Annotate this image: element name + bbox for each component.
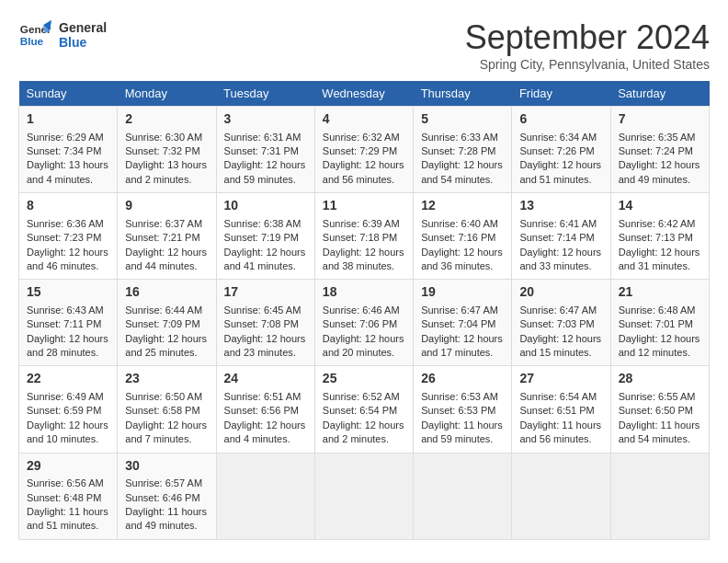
- sunrise-text: Sunrise: 6:37 AM: [125, 217, 208, 231]
- svg-text:Blue: Blue: [20, 35, 44, 47]
- sunrise-text: Sunrise: 6:34 AM: [519, 131, 602, 144]
- day-number: 18: [323, 283, 405, 302]
- sunset-text: Sunset: 7:21 PM: [125, 231, 208, 245]
- day-number: 25: [323, 370, 405, 388]
- calendar-week-3: 15Sunrise: 6:43 AMSunset: 7:11 PMDayligh…: [19, 280, 710, 366]
- calendar-cell: 12Sunrise: 6:40 AMSunset: 7:16 PMDayligh…: [414, 193, 512, 280]
- sunset-text: Sunset: 6:59 PM: [27, 404, 109, 418]
- sunset-text: Sunset: 6:54 PM: [323, 404, 405, 418]
- sunset-text: Sunset: 7:13 PM: [619, 231, 701, 245]
- day-number: 26: [421, 370, 504, 388]
- calendar-cell: 18Sunrise: 6:46 AMSunset: 7:06 PMDayligh…: [314, 280, 413, 366]
- day-number: 15: [27, 283, 109, 302]
- calendar-week-2: 8Sunrise: 6:36 AMSunset: 7:23 PMDaylight…: [19, 193, 710, 280]
- sunset-text: Sunset: 7:34 PM: [27, 144, 109, 158]
- calendar-cell: 10Sunrise: 6:38 AMSunset: 7:19 PMDayligh…: [216, 193, 314, 280]
- calendar-cell: 20Sunrise: 6:47 AMSunset: 7:03 PMDayligh…: [512, 280, 610, 366]
- sunset-text: Sunset: 7:23 PM: [27, 231, 109, 245]
- daylight-text: Daylight: 12 hours and 44 minutes.: [125, 246, 208, 274]
- day-number: 20: [519, 283, 602, 302]
- calendar-cell: 2Sunrise: 6:30 AMSunset: 7:32 PMDaylight…: [118, 107, 216, 193]
- sunrise-text: Sunrise: 6:55 AM: [619, 390, 701, 404]
- title-section: September 2024 Spring City, Pennsylvania…: [465, 18, 710, 72]
- logo-line1: General: [59, 20, 107, 35]
- sunset-text: Sunset: 7:32 PM: [125, 144, 208, 158]
- sunrise-text: Sunrise: 6:38 AM: [224, 217, 307, 231]
- sunset-text: Sunset: 6:50 PM: [619, 404, 701, 418]
- sunset-text: Sunset: 7:08 PM: [224, 317, 307, 331]
- day-number: 1: [27, 110, 109, 129]
- calendar-cell: 16Sunrise: 6:44 AMSunset: 7:09 PMDayligh…: [118, 280, 216, 366]
- sunrise-text: Sunrise: 6:50 AM: [125, 390, 208, 404]
- calendar-cell: 30Sunrise: 6:57 AMSunset: 6:46 PMDayligh…: [118, 453, 216, 539]
- daylight-text: Daylight: 12 hours and 51 minutes.: [519, 158, 602, 187]
- sunrise-text: Sunrise: 6:36 AM: [27, 217, 109, 231]
- daylight-text: Daylight: 12 hours and 49 minutes.: [619, 158, 701, 187]
- day-number: 7: [619, 110, 701, 129]
- sunset-text: Sunset: 7:18 PM: [323, 231, 405, 245]
- calendar-cell: 13Sunrise: 6:41 AMSunset: 7:14 PMDayligh…: [512, 193, 610, 280]
- day-number: 19: [421, 283, 504, 302]
- sunrise-text: Sunrise: 6:47 AM: [519, 304, 602, 317]
- month-title: September 2024: [465, 18, 710, 57]
- daylight-text: Daylight: 12 hours and 4 minutes.: [224, 419, 307, 447]
- day-number: 6: [519, 110, 602, 129]
- sunrise-text: Sunrise: 6:54 AM: [519, 390, 602, 404]
- sunset-text: Sunset: 7:28 PM: [421, 144, 504, 158]
- day-number: 27: [519, 370, 602, 388]
- calendar-cell: 11Sunrise: 6:39 AMSunset: 7:18 PMDayligh…: [314, 193, 413, 280]
- sunrise-text: Sunrise: 6:56 AM: [27, 477, 109, 490]
- sunset-text: Sunset: 7:11 PM: [27, 317, 109, 331]
- sunrise-text: Sunrise: 6:49 AM: [27, 390, 109, 404]
- sunset-text: Sunset: 6:53 PM: [421, 404, 504, 418]
- sunrise-text: Sunrise: 6:33 AM: [421, 131, 504, 144]
- sunrise-text: Sunrise: 6:32 AM: [323, 131, 405, 144]
- daylight-text: Daylight: 12 hours and 59 minutes.: [224, 158, 307, 187]
- sunset-text: Sunset: 7:06 PM: [323, 317, 405, 331]
- day-number: 13: [519, 197, 602, 215]
- header-saturday: Saturday: [610, 81, 709, 107]
- calendar-cell: 21Sunrise: 6:48 AMSunset: 7:01 PMDayligh…: [610, 280, 709, 366]
- daylight-text: Daylight: 11 hours and 51 minutes.: [27, 505, 109, 534]
- sunset-text: Sunset: 7:01 PM: [619, 317, 701, 331]
- day-number: 29: [27, 457, 109, 476]
- daylight-text: Daylight: 11 hours and 49 minutes.: [125, 505, 208, 534]
- logo-line2: Blue: [59, 35, 107, 50]
- day-number: 11: [323, 197, 405, 215]
- sunrise-text: Sunrise: 6:30 AM: [125, 131, 208, 144]
- sunrise-text: Sunrise: 6:47 AM: [421, 304, 504, 317]
- day-number: 12: [421, 197, 504, 215]
- day-number: 24: [224, 370, 307, 388]
- calendar-cell: 29Sunrise: 6:56 AMSunset: 6:48 PMDayligh…: [19, 453, 118, 539]
- calendar-week-5: 29Sunrise: 6:56 AMSunset: 6:48 PMDayligh…: [19, 453, 710, 539]
- day-number: 22: [27, 370, 109, 388]
- sunset-text: Sunset: 7:16 PM: [421, 231, 504, 245]
- logo-icon: General Blue: [18, 18, 51, 52]
- daylight-text: Daylight: 12 hours and 17 minutes.: [421, 332, 504, 361]
- sunset-text: Sunset: 7:24 PM: [619, 144, 701, 158]
- sunrise-text: Sunrise: 6:43 AM: [27, 304, 109, 317]
- header-thursday: Thursday: [414, 81, 512, 107]
- daylight-text: Daylight: 12 hours and 20 minutes.: [323, 332, 405, 361]
- sunrise-text: Sunrise: 6:29 AM: [27, 131, 109, 144]
- sunrise-text: Sunrise: 6:39 AM: [323, 217, 405, 231]
- daylight-text: Daylight: 13 hours and 4 minutes.: [27, 158, 109, 187]
- calendar-cell: 5Sunrise: 6:33 AMSunset: 7:28 PMDaylight…: [414, 107, 512, 193]
- sunrise-text: Sunrise: 6:52 AM: [323, 390, 405, 404]
- calendar-cell: 17Sunrise: 6:45 AMSunset: 7:08 PMDayligh…: [216, 280, 314, 366]
- sunrise-text: Sunrise: 6:45 AM: [224, 304, 307, 317]
- day-number: 2: [125, 110, 208, 129]
- sunset-text: Sunset: 6:56 PM: [224, 404, 307, 418]
- day-number: 10: [224, 197, 307, 215]
- calendar-cell: 14Sunrise: 6:42 AMSunset: 7:13 PMDayligh…: [610, 193, 709, 280]
- daylight-text: Daylight: 11 hours and 59 minutes.: [421, 419, 504, 447]
- day-number: 4: [323, 110, 405, 129]
- calendar-week-1: 1Sunrise: 6:29 AMSunset: 7:34 PMDaylight…: [19, 107, 710, 193]
- calendar-cell: 1Sunrise: 6:29 AMSunset: 7:34 PMDaylight…: [19, 107, 118, 193]
- daylight-text: Daylight: 11 hours and 54 minutes.: [619, 419, 701, 447]
- calendar-cell: 22Sunrise: 6:49 AMSunset: 6:59 PMDayligh…: [19, 366, 118, 453]
- sunrise-text: Sunrise: 6:57 AM: [125, 477, 208, 490]
- calendar-cell: 8Sunrise: 6:36 AMSunset: 7:23 PMDaylight…: [19, 193, 118, 280]
- sunrise-text: Sunrise: 6:42 AM: [619, 217, 701, 231]
- daylight-text: Daylight: 12 hours and 28 minutes.: [27, 332, 109, 361]
